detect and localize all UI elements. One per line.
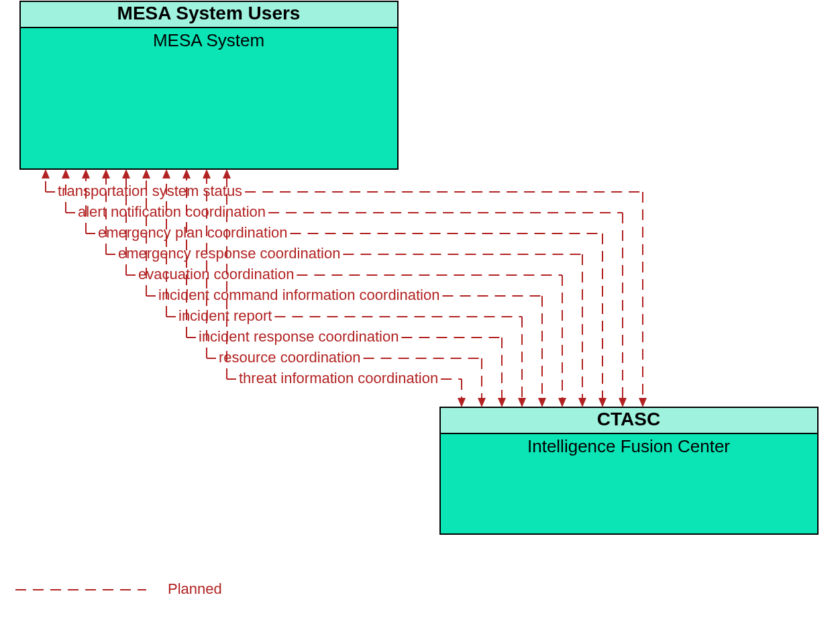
legend-label-planned: Planned bbox=[168, 580, 222, 597]
flow-label: incident command information coordinatio… bbox=[158, 287, 439, 303]
node-header-label: CTASC bbox=[597, 409, 660, 429]
flow-label: resource coordination bbox=[219, 349, 361, 366]
flow-label: incident report bbox=[178, 307, 272, 324]
flow-label: emergency response coordination bbox=[118, 245, 340, 262]
node-intelligence-fusion-center: CTASC Intelligence Fusion Center bbox=[440, 407, 818, 534]
flows-group: transportation system statusalert notifi… bbox=[42, 169, 647, 407]
node-body-label: MESA System bbox=[153, 30, 264, 50]
node-mesa-system: MESA System Users MESA System bbox=[20, 1, 398, 169]
node-body-label: Intelligence Fusion Center bbox=[527, 436, 730, 456]
legend: Planned bbox=[15, 580, 222, 597]
flow-label: evacuation coordination bbox=[138, 266, 294, 282]
flow-label: incident response coordination bbox=[199, 328, 399, 345]
flow-label: threat information coordination bbox=[239, 370, 438, 386]
node-header-label: MESA System Users bbox=[117, 3, 301, 23]
